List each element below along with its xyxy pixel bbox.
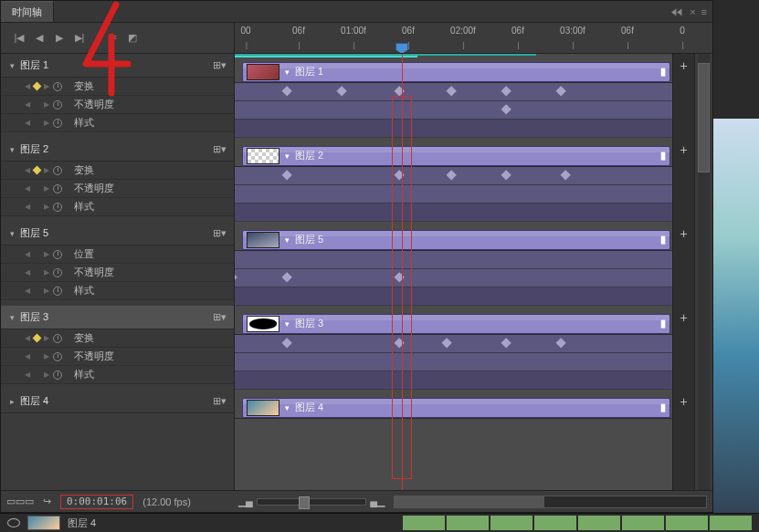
vertical-scroll-thumb[interactable] xyxy=(698,63,710,172)
layer-menu-button[interactable]: ⊞▾ xyxy=(213,311,227,323)
layer-header[interactable]: ▾图层 5⊞▾ xyxy=(1,222,234,245)
keyframe[interactable] xyxy=(395,86,405,96)
add-track-button[interactable]: + xyxy=(673,54,694,78)
keyframe-track[interactable] xyxy=(235,101,672,120)
stopwatch-icon[interactable] xyxy=(53,184,62,193)
keyframe-track[interactable] xyxy=(235,167,672,185)
horizontal-scroll-thumb[interactable] xyxy=(395,496,544,507)
play-button[interactable]: ▶ xyxy=(50,29,69,47)
layer-header[interactable]: ▾图层 3⊞▾ xyxy=(1,306,234,329)
stopwatch-icon[interactable] xyxy=(53,119,62,128)
zoom-in-icon[interactable]: ▄▁ xyxy=(370,495,385,507)
timecode[interactable]: 0:00:01:06 xyxy=(60,495,133,509)
close-icon[interactable]: × xyxy=(690,6,695,17)
property-row[interactable]: ◀▶样式 xyxy=(1,114,234,132)
keyframe[interactable] xyxy=(501,104,511,114)
clip[interactable]: ▾图层 3▮ xyxy=(242,314,670,334)
property-row[interactable]: ◀▶位置 xyxy=(1,245,234,264)
transition-button[interactable]: ◩ xyxy=(123,29,142,47)
layer-thumb[interactable] xyxy=(27,516,60,530)
keyframe[interactable] xyxy=(556,86,566,96)
keyframe-track[interactable] xyxy=(235,269,672,287)
track-header[interactable]: ▾图层 2▮ xyxy=(235,143,672,167)
keyframe-track[interactable] xyxy=(235,353,672,371)
stopwatch-icon[interactable] xyxy=(53,82,62,91)
vertical-scrollbar[interactable] xyxy=(694,54,712,490)
clip-disclosure-icon[interactable]: ▾ xyxy=(285,151,290,161)
layer-name[interactable]: 图层 4 xyxy=(68,516,96,530)
horizontal-scrollbar[interactable] xyxy=(394,495,707,508)
keyframe[interactable] xyxy=(501,86,511,96)
stopwatch-icon[interactable] xyxy=(53,334,62,343)
clip-handle-icon[interactable]: ▮ xyxy=(660,402,666,413)
keyframe-track[interactable] xyxy=(235,120,672,138)
panel-menu-icon[interactable]: ≡ xyxy=(701,6,707,17)
stopwatch-icon[interactable] xyxy=(53,352,62,361)
zoom-slider[interactable]: ▁▄ ▄▁ xyxy=(238,495,385,507)
property-row[interactable]: ◀▶样式 xyxy=(1,282,234,300)
track-header[interactable]: ▾图层 4▮ xyxy=(235,395,672,419)
keyframe[interactable] xyxy=(561,170,571,180)
zoom-out-icon[interactable]: ▁▄ xyxy=(238,495,253,507)
disclosure-icon[interactable]: ▸ xyxy=(10,397,15,406)
clip-disclosure-icon[interactable]: ▾ xyxy=(285,403,290,412)
stopwatch-icon[interactable] xyxy=(53,203,62,212)
keyframe-track[interactable] xyxy=(235,371,672,390)
keyframe-track[interactable] xyxy=(235,287,672,306)
clip-handle-icon[interactable]: ▮ xyxy=(660,318,666,329)
stopwatch-icon[interactable] xyxy=(53,166,62,175)
disclosure-icon[interactable]: ▾ xyxy=(10,61,15,70)
property-row[interactable]: ◀▶变换 xyxy=(1,162,234,180)
property-row[interactable]: ◀▶变换 xyxy=(1,329,234,348)
split-button[interactable]: ✂ xyxy=(103,29,121,47)
clip-disclosure-icon[interactable]: ▾ xyxy=(285,68,290,77)
keyframe-track[interactable] xyxy=(235,185,672,203)
property-row[interactable]: ◀▶不透明度 xyxy=(1,180,234,198)
go-start-button[interactable]: |◀ xyxy=(10,29,28,47)
disclosure-icon[interactable]: ▾ xyxy=(10,229,15,238)
clip[interactable]: ▾图层 5▮ xyxy=(242,230,670,250)
time-ruler[interactable]: 0006f01:00f06f02:00f06f03:00f06f0 xyxy=(235,23,712,53)
property-row[interactable]: ◀▶变换 xyxy=(1,78,234,96)
keyframe-track[interactable] xyxy=(235,251,672,269)
clip[interactable]: ▾图层 2▮ xyxy=(242,146,670,166)
stopwatch-icon[interactable] xyxy=(53,287,62,296)
clip[interactable]: ▾图层 1▮ xyxy=(242,62,670,82)
keyframe[interactable] xyxy=(442,338,452,348)
layer-menu-button[interactable]: ⊞▾ xyxy=(213,143,227,155)
layer-header[interactable]: ▾图层 2⊞▾ xyxy=(1,138,234,162)
keyframe[interactable] xyxy=(447,86,457,96)
layer-menu-button[interactable]: ⊞▾ xyxy=(213,395,227,407)
stopwatch-icon[interactable] xyxy=(53,268,62,277)
zoom-knob[interactable] xyxy=(299,496,310,509)
layer-menu-button[interactable]: ⊞▾ xyxy=(213,227,227,239)
layer-header[interactable]: ▸图层 4⊞▾ xyxy=(1,390,234,413)
clip-disclosure-icon[interactable]: ▾ xyxy=(285,235,290,245)
add-track-button[interactable]: + xyxy=(673,138,694,162)
keyframe[interactable] xyxy=(556,338,566,348)
track-header[interactable]: ▾图层 1▮ xyxy=(235,59,672,83)
keyframe[interactable] xyxy=(337,86,347,96)
prev-frame-button[interactable]: ◀ xyxy=(30,29,48,47)
property-row[interactable]: ◀▶不透明度 xyxy=(1,264,234,282)
tab-timeline[interactable]: 时间轴 xyxy=(1,1,54,22)
clip-handle-icon[interactable]: ▮ xyxy=(660,234,666,245)
clip[interactable]: ▾图层 4▮ xyxy=(242,398,670,418)
keyframe-track[interactable] xyxy=(235,203,672,222)
keyframe[interactable] xyxy=(447,170,457,180)
clip-handle-icon[interactable]: ▮ xyxy=(660,150,666,162)
rewind-icon[interactable]: ◀◀ xyxy=(672,6,682,16)
keyframe[interactable] xyxy=(282,170,292,180)
clip-handle-icon[interactable]: ▮ xyxy=(660,66,666,78)
keyframe[interactable] xyxy=(282,86,292,96)
property-row[interactable]: ◀▶不透明度 xyxy=(1,96,234,114)
track-header[interactable]: ▾图层 3▮ xyxy=(235,311,672,335)
disclosure-icon[interactable]: ▾ xyxy=(10,145,15,154)
keyframe[interactable] xyxy=(282,272,292,282)
add-track-button[interactable]: + xyxy=(673,222,694,245)
disclosure-icon[interactable]: ▾ xyxy=(10,313,15,322)
property-row[interactable]: ◀▶不透明度 xyxy=(1,348,234,366)
zoom-track[interactable] xyxy=(257,498,366,506)
redo-icon[interactable]: ↪ xyxy=(43,495,51,507)
keyframe-track[interactable] xyxy=(235,83,672,101)
